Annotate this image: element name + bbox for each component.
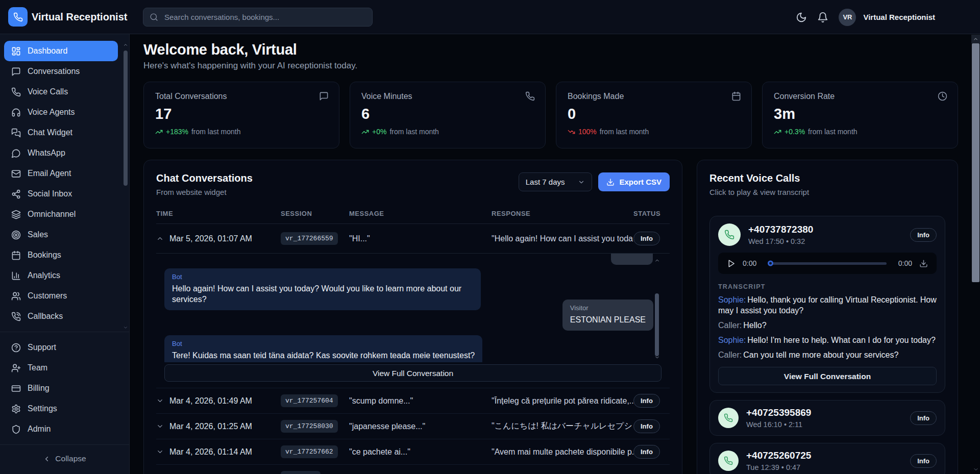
collapse-label: Collapse xyxy=(55,454,86,463)
bar-chart-icon xyxy=(11,271,21,281)
sidebar-item-sales[interactable]: Sales xyxy=(4,224,118,245)
notifications-button[interactable] xyxy=(817,12,828,23)
info-badge[interactable]: Info xyxy=(633,419,660,433)
table-row-expanded[interactable]: Mar 5, 2026, 01:07 AM vr_177266559 "HI..… xyxy=(156,224,670,254)
sidebar-item-team[interactable]: Team xyxy=(4,358,118,378)
date-range-value: Last 7 days xyxy=(526,178,565,186)
sidebar-item-social-inbox[interactable]: Social Inbox xyxy=(4,184,118,204)
panel-subtitle: From website widget xyxy=(156,188,253,196)
search-bar[interactable] xyxy=(143,8,373,27)
bubble-role: Visitor xyxy=(570,304,646,312)
chevron-down-icon[interactable] xyxy=(156,422,164,430)
table-row[interactable]: Mar 4, 2026, 01:25 AM vr_177258030 "japa… xyxy=(156,414,670,439)
download-recording-button[interactable] xyxy=(919,259,928,268)
sidebar-item-admin[interactable]: Admin xyxy=(4,419,118,439)
voice-call-card[interactable]: +40725260725 Tue 12:39 • 0:47 Info xyxy=(709,443,945,474)
user-avatar[interactable]: VR xyxy=(839,9,856,26)
sidebar-item-analytics[interactable]: Analytics xyxy=(4,265,118,286)
voice-call-card[interactable]: +40725395869 Wed 16:10 • 2:11 Info xyxy=(709,400,945,436)
stat-delta-suffix: from last month xyxy=(808,128,857,136)
visitor-message-bubble: Visitor ESTONIAN PLEASE xyxy=(562,300,653,331)
conversation-scrollbar-thumb[interactable] xyxy=(655,293,659,356)
sidebar-item-omnichannel[interactable]: Omnichannel xyxy=(4,204,118,224)
sidebar-item-chat-widget[interactable]: Chat Widget xyxy=(4,122,118,143)
page-scrollbar[interactable] xyxy=(971,35,980,474)
transcript-label: TRANSCRIPT xyxy=(718,283,937,290)
sidebar-divider xyxy=(0,332,129,332)
page-scrollbar-thumb[interactable] xyxy=(972,43,979,282)
sidebar-item-label: Email Agent xyxy=(28,169,71,178)
session-badge xyxy=(281,471,321,474)
sidebar-item-label: Settings xyxy=(28,404,57,413)
session-badge: vr_177266559 xyxy=(281,232,338,245)
sidebar-item-label: Bookings xyxy=(28,251,61,260)
info-badge[interactable]: Info xyxy=(633,232,660,245)
table-row[interactable]: Mar 4, 2026, 01:49 AM vr_177257604 "scum… xyxy=(156,388,670,414)
search-input[interactable] xyxy=(163,12,366,22)
row-time: Mar 4, 2026, 01:14 AM xyxy=(169,447,252,457)
stat-card-voice-minutes: Voice Minutes 6 +0% from last month xyxy=(350,82,546,148)
column-message: MESSAGE xyxy=(349,210,492,217)
sidebar-item-whatsapp[interactable]: WhatsApp xyxy=(4,143,118,163)
sidebar-item-label: Callbacks xyxy=(28,312,63,321)
info-badge[interactable]: Info xyxy=(910,228,937,242)
sidebar-item-bookings[interactable]: Bookings xyxy=(4,245,118,265)
chevron-down-icon[interactable] xyxy=(156,397,164,405)
table-header: TIME SESSION MESSAGE RESPONSE STATUS xyxy=(156,210,670,224)
voice-call-card-expanded[interactable]: +40737872380 Wed 17:50 • 0:32 Info 0:00 xyxy=(709,216,945,393)
sidebar-item-label: Admin xyxy=(28,425,51,434)
dashboard-icon xyxy=(11,46,21,56)
search-icon xyxy=(150,13,158,21)
play-button[interactable] xyxy=(727,259,736,268)
scrollbar-down-button[interactable] xyxy=(971,466,980,472)
info-badge[interactable]: Info xyxy=(633,445,660,459)
download-icon xyxy=(919,259,928,268)
sidebar: Dashboard Conversations Voice Calls Voic… xyxy=(0,34,130,474)
row-time: Mar 4, 2026, 01:25 AM xyxy=(169,422,252,431)
collapse-sidebar-button[interactable]: Collapse xyxy=(0,454,129,463)
export-csv-button[interactable]: Export CSV xyxy=(598,172,670,191)
transcript-line: Caller:Hello? xyxy=(718,320,937,331)
chevron-up-icon[interactable] xyxy=(156,235,164,242)
info-badge[interactable]: Info xyxy=(910,454,937,468)
table-row[interactable]: Mar 4, 2026, 01:14 AM vr_177257662 "ce p… xyxy=(156,439,670,465)
info-badge[interactable]: Info xyxy=(633,394,660,408)
sidebar-item-support[interactable]: Support xyxy=(4,337,118,358)
message-circle-icon xyxy=(11,148,21,158)
date-range-select[interactable]: Last 7 days xyxy=(519,172,593,191)
chevron-up-icon xyxy=(654,258,660,263)
sidebar-scrollbar-thumb[interactable] xyxy=(124,51,128,186)
stat-value: 6 xyxy=(361,106,534,122)
sidebar-item-voice-agents[interactable]: Voice Agents xyxy=(4,102,118,122)
player-seek-knob[interactable] xyxy=(768,261,773,266)
bot-message-bubble: Bot Hello again! How can I assist you to… xyxy=(164,268,481,310)
sidebar-item-dashboard[interactable]: Dashboard xyxy=(4,41,118,61)
sidebar-scrollbar[interactable] xyxy=(123,42,128,474)
audio-player: 0:00 0:00 xyxy=(718,253,937,274)
sidebar-item-callbacks[interactable]: Callbacks xyxy=(4,306,118,327)
sidebar-item-conversations[interactable]: Conversations xyxy=(4,61,118,82)
conversation-scrollbar[interactable] xyxy=(654,258,659,360)
calendar-icon xyxy=(11,251,21,260)
message-square-icon xyxy=(11,67,21,77)
help-circle-icon xyxy=(11,343,21,353)
sidebar-item-email-agent[interactable]: Email Agent xyxy=(4,163,118,184)
dark-mode-toggle[interactable] xyxy=(796,12,807,23)
bubble-text: ESTONIAN PLEASE xyxy=(570,314,646,325)
message-square-icon xyxy=(319,91,329,101)
view-full-conversation-button[interactable]: View Full Conversation xyxy=(164,364,662,382)
phone-icon xyxy=(724,456,733,465)
sidebar-item-billing[interactable]: Billing xyxy=(4,378,118,398)
scrollbar-up-button[interactable] xyxy=(971,35,980,43)
chevron-down-icon[interactable] xyxy=(156,448,164,456)
chevron-left-icon xyxy=(43,455,51,463)
page-title: Welcome back, Virtual xyxy=(143,41,958,58)
trending-down-icon xyxy=(568,128,575,136)
sidebar-item-customers[interactable]: Customers xyxy=(4,286,118,306)
sidebar-item-settings[interactable]: Settings xyxy=(4,398,118,419)
sidebar-item-voice-calls[interactable]: Voice Calls xyxy=(4,82,118,102)
speaker-name: Sophie: xyxy=(718,295,746,304)
info-badge[interactable]: Info xyxy=(910,411,937,425)
player-seek-slider[interactable] xyxy=(768,262,887,265)
view-full-conversation-button[interactable]: View Full Conversation xyxy=(718,367,937,385)
